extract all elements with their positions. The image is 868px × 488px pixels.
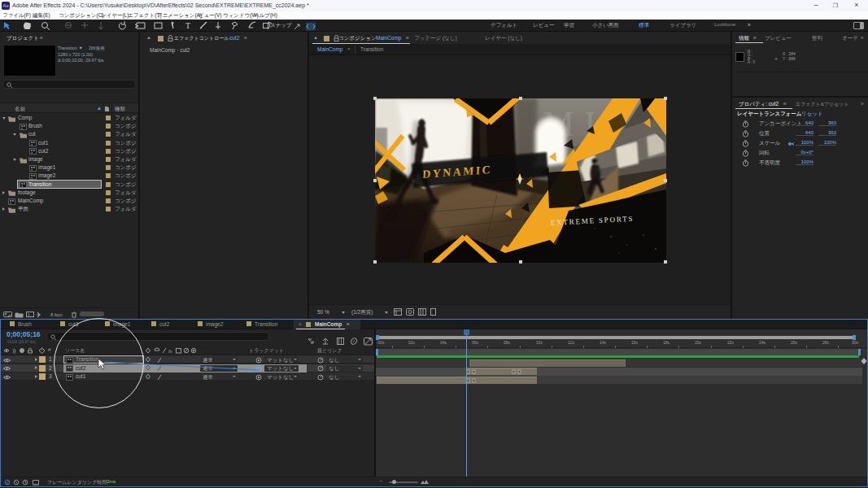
- svg-text:8 bpc: 8 bpc: [50, 312, 63, 317]
- svg-text:T: T: [185, 21, 190, 30]
- svg-text:fx: fx: [168, 349, 173, 354]
